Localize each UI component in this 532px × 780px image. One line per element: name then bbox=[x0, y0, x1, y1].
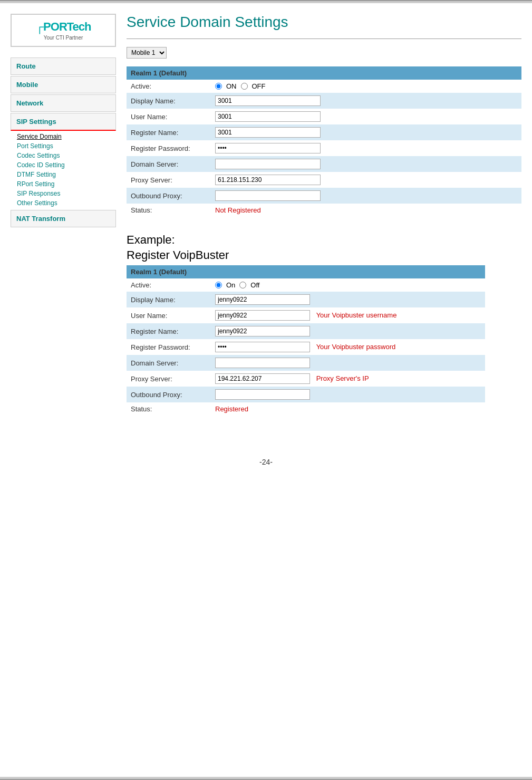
ex-status-value: Registered bbox=[215, 405, 248, 413]
table-row: User Name: Your Voipbuster username bbox=[127, 307, 485, 323]
ex-display-name-input[interactable] bbox=[215, 294, 310, 305]
table-row: Proxy Server: Proxy Server's IP bbox=[127, 371, 485, 387]
active-off-radio[interactable] bbox=[241, 83, 248, 90]
status-cell: Not Registered bbox=[211, 204, 521, 217]
table-row: Register Password: Your Voipbuster passw… bbox=[127, 339, 485, 355]
display-name-cell bbox=[211, 93, 521, 109]
user-name-input[interactable] bbox=[215, 111, 321, 122]
example-table: Realm 1 (Default) Active: On Off bbox=[127, 265, 485, 416]
ex-user-name-cell: Your Voipbuster username bbox=[211, 307, 485, 323]
proxy-server-input[interactable] bbox=[215, 175, 321, 185]
logo-box: ┌PORTech Your CTI Partner bbox=[11, 14, 116, 47]
ex-domain-server-label: Domain Server: bbox=[127, 355, 211, 371]
ex-status-label: Status: bbox=[127, 402, 211, 416]
table-row: Outbound Proxy: bbox=[127, 387, 485, 402]
table-row: Outbound Proxy: bbox=[127, 188, 521, 204]
nav-items: Route Mobile Network SIP Settings bbox=[11, 57, 116, 131]
ex-active-radio-group: On Off bbox=[215, 281, 481, 289]
table-row: Register Name: bbox=[127, 124, 521, 140]
example-title: Example:Register VoipBuster bbox=[127, 233, 521, 263]
register-password-label: Register Password: bbox=[127, 140, 211, 156]
logo-tagline: Your CTI Partner bbox=[17, 35, 110, 41]
ex-active-off-label: Off bbox=[250, 281, 259, 289]
sidebar-item-mobile[interactable]: Mobile bbox=[11, 76, 116, 93]
sidebar-subitem-codec-settings[interactable]: Codec Settings bbox=[15, 151, 116, 160]
table-row: Domain Server: bbox=[127, 156, 521, 172]
table-row: Domain Server: bbox=[127, 355, 485, 371]
domain-server-input[interactable] bbox=[215, 159, 321, 169]
ex-active-cell: On Off bbox=[211, 278, 485, 292]
ex-outbound-proxy-cell bbox=[211, 387, 485, 402]
active-radio-group: ON OFF bbox=[215, 82, 517, 90]
active-on-label: ON bbox=[226, 82, 237, 90]
register-password-input[interactable] bbox=[215, 143, 321, 153]
content-area: Service Domain Settings Mobile 1 Mobile … bbox=[127, 14, 521, 416]
logo: ┌PORTech bbox=[17, 20, 110, 34]
ex-outbound-proxy-input[interactable] bbox=[215, 389, 310, 400]
table-row: Register Password: bbox=[127, 140, 521, 156]
logo-text: PORTech bbox=[43, 20, 91, 33]
table-row: Status: Not Registered bbox=[127, 204, 521, 217]
domain-server-cell bbox=[211, 156, 521, 172]
example-table-header: Realm 1 (Default) bbox=[127, 265, 485, 278]
status-value: Not Registered bbox=[215, 206, 261, 214]
page-number: -24- bbox=[259, 458, 273, 466]
ex-outbound-proxy-label: Outbound Proxy: bbox=[127, 387, 211, 402]
ex-register-password-label: Register Password: bbox=[127, 339, 211, 355]
user-name-cell bbox=[211, 109, 521, 124]
sidebar-subitem-codec-id-setting[interactable]: Codec ID Setting bbox=[15, 160, 116, 170]
ex-display-name-label: Display Name: bbox=[127, 292, 211, 307]
example-section: Example:Register VoipBuster Realm 1 (Def… bbox=[127, 233, 521, 416]
ex-domain-server-cell bbox=[211, 355, 485, 371]
ex-user-name-input[interactable] bbox=[215, 310, 310, 321]
mobile-select[interactable]: Mobile 1 Mobile 2 Mobile 3 bbox=[127, 47, 167, 59]
active-radio-cell: ON OFF bbox=[211, 80, 521, 93]
active-on-radio[interactable] bbox=[215, 83, 222, 90]
ex-active-on-radio[interactable] bbox=[215, 282, 222, 288]
status-label: Status: bbox=[127, 204, 211, 217]
ex-display-name-cell bbox=[211, 292, 485, 307]
sidebar-item-sip-settings[interactable]: SIP Settings bbox=[11, 113, 116, 131]
sidebar-subitem-sip-responses[interactable]: SIP Responses bbox=[15, 189, 116, 198]
ex-proxy-server-cell: Proxy Server's IP bbox=[211, 371, 485, 387]
mobile-select-row: Mobile 1 Mobile 2 Mobile 3 bbox=[127, 47, 521, 59]
outbound-proxy-input[interactable] bbox=[215, 190, 321, 201]
main-layout: ┌PORTech Your CTI Partner Route Mobile N… bbox=[0, 3, 532, 426]
domain-server-label: Domain Server: bbox=[127, 156, 211, 172]
ex-register-password-input[interactable] bbox=[215, 342, 310, 352]
main-settings-table: Realm 1 (Default) Active: ON OFF bbox=[127, 66, 521, 217]
ex-user-name-label: User Name: bbox=[127, 307, 211, 323]
sidebar-subitem-rport-setting[interactable]: RPort Setting bbox=[15, 179, 116, 189]
table-row: Register Name: bbox=[127, 323, 485, 339]
sidebar: ┌PORTech Your CTI Partner Route Mobile N… bbox=[11, 14, 116, 416]
outbound-proxy-label: Outbound Proxy: bbox=[127, 188, 211, 204]
register-name-input[interactable] bbox=[215, 127, 321, 138]
sidebar-subitem-dtmf-setting[interactable]: DTMF Setting bbox=[15, 170, 116, 179]
sidebar-subitem-other-settings[interactable]: Other Settings bbox=[15, 198, 116, 208]
ex-register-name-cell bbox=[211, 323, 485, 339]
sidebar-item-network[interactable]: Network bbox=[11, 94, 116, 112]
ex-register-name-input[interactable] bbox=[215, 326, 310, 336]
display-name-label: Display Name: bbox=[127, 93, 211, 109]
page-title: Service Domain Settings bbox=[127, 14, 521, 31]
bottom-border bbox=[0, 777, 532, 780]
register-name-label: Register Name: bbox=[127, 124, 211, 140]
table-row: Active: On Off bbox=[127, 278, 485, 292]
display-name-input[interactable] bbox=[215, 95, 321, 106]
ex-proxy-annotation: Proxy Server's IP bbox=[316, 374, 369, 382]
ex-register-password-cell: Your Voipbuster password bbox=[211, 339, 485, 355]
ex-password-annotation: Your Voipbuster password bbox=[316, 343, 396, 351]
ex-active-off-radio[interactable] bbox=[239, 282, 246, 288]
sidebar-subitem-port-settings[interactable]: Port Settings bbox=[15, 141, 116, 151]
title-divider bbox=[127, 38, 521, 39]
active-label: Active: bbox=[127, 80, 211, 93]
ex-register-name-label: Register Name: bbox=[127, 323, 211, 339]
ex-domain-server-input[interactable] bbox=[215, 358, 310, 368]
sidebar-item-route[interactable]: Route bbox=[11, 57, 116, 75]
sidebar-item-nat-transform[interactable]: NAT Transform bbox=[11, 210, 116, 227]
ex-active-on-label: On bbox=[226, 281, 235, 289]
table-row: User Name: bbox=[127, 109, 521, 124]
ex-proxy-server-input[interactable] bbox=[215, 373, 310, 384]
sidebar-subitem-service-domain[interactable]: Service Domain bbox=[15, 132, 116, 141]
proxy-server-label: Proxy Server: bbox=[127, 172, 211, 188]
